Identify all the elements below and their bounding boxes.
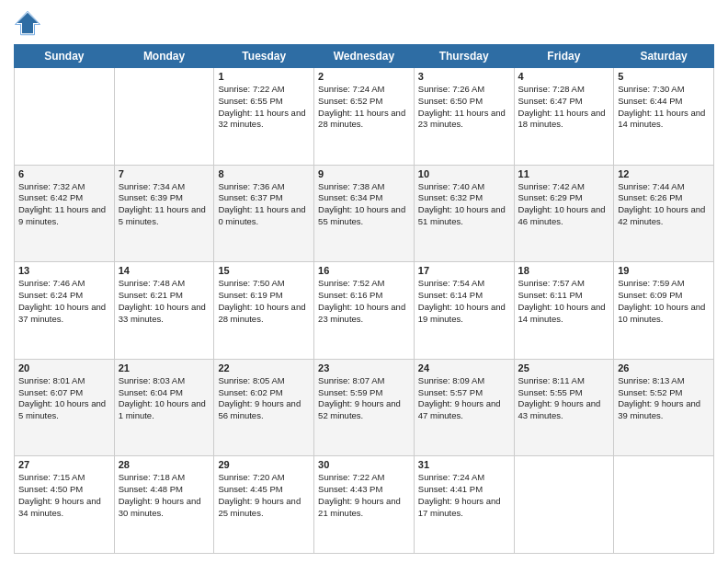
cell-content: Sunrise: 8:01 AMSunset: 6:07 PMDaylight:… xyxy=(18,375,110,422)
day-number: 12 xyxy=(618,168,710,179)
calendar-cell: 30Sunrise: 7:22 AMSunset: 4:43 PMDayligh… xyxy=(314,456,415,554)
cell-content: Sunrise: 7:40 AMSunset: 6:32 PMDaylight:… xyxy=(418,181,510,228)
calendar-cell xyxy=(114,68,214,166)
calendar-cell: 14Sunrise: 7:48 AMSunset: 6:21 PMDayligh… xyxy=(114,262,214,360)
calendar-cell: 24Sunrise: 8:09 AMSunset: 5:57 PMDayligh… xyxy=(414,359,514,456)
calendar-cell: 12Sunrise: 7:44 AMSunset: 6:26 PMDayligh… xyxy=(614,165,714,262)
calendar-cell: 3Sunrise: 7:26 AMSunset: 6:50 PMDaylight… xyxy=(414,68,514,166)
calendar-cell: 9Sunrise: 7:38 AMSunset: 6:34 PMDaylight… xyxy=(314,165,415,262)
calendar-week-row: 13Sunrise: 7:46 AMSunset: 6:24 PMDayligh… xyxy=(15,262,714,360)
day-number: 2 xyxy=(318,71,410,82)
cell-content: Sunrise: 7:46 AMSunset: 6:24 PMDaylight:… xyxy=(18,278,110,325)
weekday-header: Friday xyxy=(514,45,614,68)
calendar-table: SundayMondayTuesdayWednesdayThursdayFrid… xyxy=(14,44,714,554)
day-number: 29 xyxy=(218,459,310,470)
calendar-cell: 22Sunrise: 8:05 AMSunset: 6:02 PMDayligh… xyxy=(214,359,314,456)
calendar-cell: 20Sunrise: 8:01 AMSunset: 6:07 PMDayligh… xyxy=(15,359,115,456)
day-number: 6 xyxy=(18,168,110,179)
day-number: 22 xyxy=(218,362,310,373)
calendar-cell: 13Sunrise: 7:46 AMSunset: 6:24 PMDayligh… xyxy=(15,262,115,360)
logo-icon xyxy=(14,9,41,37)
day-number: 7 xyxy=(119,168,210,179)
cell-content: Sunrise: 7:26 AMSunset: 6:50 PMDaylight:… xyxy=(418,84,510,131)
calendar-week-row: 6Sunrise: 7:32 AMSunset: 6:42 PMDaylight… xyxy=(15,165,714,262)
calendar-cell: 5Sunrise: 7:30 AMSunset: 6:44 PMDaylight… xyxy=(614,68,714,166)
calendar-cell: 18Sunrise: 7:57 AMSunset: 6:11 PMDayligh… xyxy=(514,262,614,360)
calendar-cell: 28Sunrise: 7:18 AMSunset: 4:48 PMDayligh… xyxy=(114,456,214,554)
calendar-cell: 27Sunrise: 7:15 AMSunset: 4:50 PMDayligh… xyxy=(15,456,115,554)
cell-content: Sunrise: 7:22 AMSunset: 4:43 PMDaylight:… xyxy=(318,472,410,519)
day-number: 9 xyxy=(318,168,410,179)
day-number: 21 xyxy=(119,362,210,373)
cell-content: Sunrise: 7:18 AMSunset: 4:48 PMDaylight:… xyxy=(119,472,210,519)
calendar-cell: 7Sunrise: 7:34 AMSunset: 6:39 PMDaylight… xyxy=(114,165,214,262)
calendar-cell: 15Sunrise: 7:50 AMSunset: 6:19 PMDayligh… xyxy=(214,262,314,360)
cell-content: Sunrise: 7:38 AMSunset: 6:34 PMDaylight:… xyxy=(318,181,410,228)
day-number: 27 xyxy=(18,459,110,470)
calendar-cell: 8Sunrise: 7:36 AMSunset: 6:37 PMDaylight… xyxy=(214,165,314,262)
calendar-cell: 11Sunrise: 7:42 AMSunset: 6:29 PMDayligh… xyxy=(514,165,614,262)
cell-content: Sunrise: 7:32 AMSunset: 6:42 PMDaylight:… xyxy=(18,181,110,228)
calendar-header-row: SundayMondayTuesdayWednesdayThursdayFrid… xyxy=(15,45,714,68)
calendar-cell: 29Sunrise: 7:20 AMSunset: 4:45 PMDayligh… xyxy=(214,456,314,554)
day-number: 16 xyxy=(318,265,410,276)
day-number: 25 xyxy=(518,362,610,373)
cell-content: Sunrise: 7:50 AMSunset: 6:19 PMDaylight:… xyxy=(218,278,310,325)
cell-content: Sunrise: 7:34 AMSunset: 6:39 PMDaylight:… xyxy=(119,181,210,228)
day-number: 1 xyxy=(218,71,310,82)
day-number: 31 xyxy=(418,459,510,470)
calendar-cell: 16Sunrise: 7:52 AMSunset: 6:16 PMDayligh… xyxy=(314,262,415,360)
day-number: 20 xyxy=(18,362,110,373)
calendar-cell: 25Sunrise: 8:11 AMSunset: 5:55 PMDayligh… xyxy=(514,359,614,456)
day-number: 15 xyxy=(218,265,310,276)
cell-content: Sunrise: 7:44 AMSunset: 6:26 PMDaylight:… xyxy=(618,181,710,228)
cell-content: Sunrise: 8:11 AMSunset: 5:55 PMDaylight:… xyxy=(518,375,610,422)
day-number: 11 xyxy=(518,168,610,179)
logo xyxy=(14,9,43,37)
weekday-header: Saturday xyxy=(614,45,714,68)
day-number: 4 xyxy=(518,71,610,82)
cell-content: Sunrise: 7:54 AMSunset: 6:14 PMDaylight:… xyxy=(418,278,510,325)
cell-content: Sunrise: 7:52 AMSunset: 6:16 PMDaylight:… xyxy=(318,278,410,325)
calendar-cell xyxy=(15,68,115,166)
calendar-cell: 4Sunrise: 7:28 AMSunset: 6:47 PMDaylight… xyxy=(514,68,614,166)
weekday-header: Sunday xyxy=(15,45,115,68)
calendar-cell: 10Sunrise: 7:40 AMSunset: 6:32 PMDayligh… xyxy=(414,165,514,262)
cell-content: Sunrise: 7:48 AMSunset: 6:21 PMDaylight:… xyxy=(119,278,210,325)
calendar-cell: 6Sunrise: 7:32 AMSunset: 6:42 PMDaylight… xyxy=(15,165,115,262)
day-number: 14 xyxy=(119,265,210,276)
day-number: 19 xyxy=(618,265,710,276)
calendar-week-row: 1Sunrise: 7:22 AMSunset: 6:55 PMDaylight… xyxy=(15,68,714,166)
cell-content: Sunrise: 7:59 AMSunset: 6:09 PMDaylight:… xyxy=(618,278,710,325)
cell-content: Sunrise: 7:24 AMSunset: 4:41 PMDaylight:… xyxy=(418,472,510,519)
calendar-cell xyxy=(514,456,614,554)
calendar-cell: 19Sunrise: 7:59 AMSunset: 6:09 PMDayligh… xyxy=(614,262,714,360)
day-number: 3 xyxy=(418,71,510,82)
cell-content: Sunrise: 7:24 AMSunset: 6:52 PMDaylight:… xyxy=(318,84,410,131)
calendar-cell: 2Sunrise: 7:24 AMSunset: 6:52 PMDaylight… xyxy=(314,68,415,166)
cell-content: Sunrise: 8:03 AMSunset: 6:04 PMDaylight:… xyxy=(119,375,210,422)
cell-content: Sunrise: 7:22 AMSunset: 6:55 PMDaylight:… xyxy=(218,84,310,131)
cell-content: Sunrise: 8:07 AMSunset: 5:59 PMDaylight:… xyxy=(318,375,410,422)
calendar-cell xyxy=(614,456,714,554)
day-number: 5 xyxy=(618,71,710,82)
header xyxy=(14,9,714,37)
weekday-header: Thursday xyxy=(414,45,514,68)
day-number: 23 xyxy=(318,362,410,373)
cell-content: Sunrise: 7:20 AMSunset: 4:45 PMDaylight:… xyxy=(218,472,310,519)
calendar-cell: 31Sunrise: 7:24 AMSunset: 4:41 PMDayligh… xyxy=(414,456,514,554)
weekday-header: Wednesday xyxy=(314,45,415,68)
cell-content: Sunrise: 7:28 AMSunset: 6:47 PMDaylight:… xyxy=(518,84,610,131)
cell-content: Sunrise: 8:09 AMSunset: 5:57 PMDaylight:… xyxy=(418,375,510,422)
cell-content: Sunrise: 7:15 AMSunset: 4:50 PMDaylight:… xyxy=(18,472,110,519)
day-number: 26 xyxy=(618,362,710,373)
calendar-cell: 23Sunrise: 8:07 AMSunset: 5:59 PMDayligh… xyxy=(314,359,415,456)
calendar-cell: 17Sunrise: 7:54 AMSunset: 6:14 PMDayligh… xyxy=(414,262,514,360)
day-number: 18 xyxy=(518,265,610,276)
calendar-week-row: 20Sunrise: 8:01 AMSunset: 6:07 PMDayligh… xyxy=(15,359,714,456)
page: SundayMondayTuesdayWednesdayThursdayFrid… xyxy=(0,0,728,563)
calendar-cell: 1Sunrise: 7:22 AMSunset: 6:55 PMDaylight… xyxy=(214,68,314,166)
cell-content: Sunrise: 7:57 AMSunset: 6:11 PMDaylight:… xyxy=(518,278,610,325)
calendar-week-row: 27Sunrise: 7:15 AMSunset: 4:50 PMDayligh… xyxy=(15,456,714,554)
cell-content: Sunrise: 7:42 AMSunset: 6:29 PMDaylight:… xyxy=(518,181,610,228)
